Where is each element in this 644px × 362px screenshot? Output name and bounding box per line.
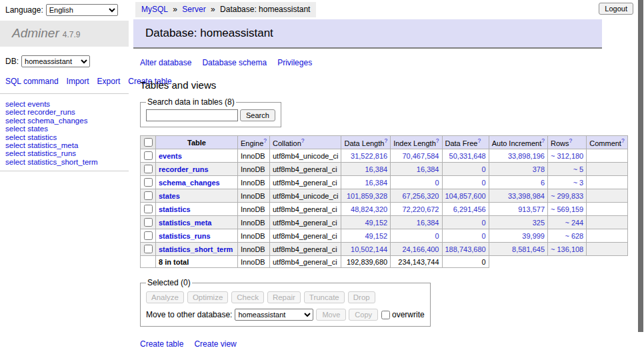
table-name-link[interactable]: states <box>159 192 180 200</box>
move-button[interactable]: Move <box>316 309 346 321</box>
engine-cell: InnoDB <box>238 203 270 216</box>
check-button[interactable]: Check <box>231 291 264 303</box>
column-header-data-length: Data Length? <box>341 136 391 149</box>
select-all-checkbox[interactable] <box>144 138 153 147</box>
create-link[interactable]: Create view <box>194 339 236 349</box>
rows-count-cell: ~ 3 <box>548 176 587 189</box>
rows-count-cell: ~ 569,159 <box>548 203 587 216</box>
table-name-cell: schema_changes <box>156 176 238 189</box>
drop-button[interactable]: Drop <box>348 291 375 303</box>
row-checkbox-cell <box>141 229 156 243</box>
column-help-link[interactable]: ? <box>384 137 387 144</box>
table-name-link[interactable]: events <box>159 152 182 160</box>
column-help-link[interactable]: ? <box>541 137 545 144</box>
db-row: DB:homeassistant <box>0 47 129 67</box>
sidebar-table-link[interactable]: select statistics_short_term <box>5 158 123 166</box>
column-help-link[interactable]: ? <box>263 137 267 144</box>
column-help-link[interactable]: ? <box>477 137 481 144</box>
row-checkbox-cell <box>141 163 156 176</box>
logout-button[interactable]: Logout <box>599 3 633 15</box>
table-name-link[interactable]: statistics_meta <box>159 219 212 227</box>
auto-increment-cell: 33,398,984 <box>489 189 547 203</box>
sidebar-table-link[interactable]: select events <box>5 100 123 108</box>
data-free-cell: 0 <box>442 176 489 189</box>
language-label: Language: <box>5 5 43 15</box>
breadcrumb-link[interactable]: Server <box>182 5 205 14</box>
table-name-link[interactable]: recorder_runs <box>159 165 209 173</box>
repair-button[interactable]: Repair <box>267 291 301 303</box>
row-checkbox[interactable] <box>144 218 153 227</box>
breadcrumb-link[interactable]: MySQL <box>141 5 168 14</box>
column-help-link[interactable]: ? <box>436 137 439 144</box>
column-help-link[interactable]: ? <box>569 137 573 144</box>
create-link[interactable]: Create table <box>140 339 183 349</box>
sidebar-action-link[interactable]: SQL command <box>5 77 59 86</box>
sidebar-table-link[interactable]: select recorder_runs <box>5 108 123 116</box>
vertical-scrollbar-thumb[interactable] <box>638 0 643 332</box>
index-length-cell: 24,166,400 <box>391 243 442 256</box>
table-name-cell: statistics_short_term <box>156 243 238 256</box>
search-input[interactable] <box>146 109 238 121</box>
sidebar-table-link[interactable]: select statistics_runs <box>5 149 123 157</box>
row-checkbox[interactable] <box>144 178 153 187</box>
column-help-link[interactable]: ? <box>621 137 625 144</box>
auto-increment-cell: 913,577 <box>489 203 547 216</box>
index-length-cell: 70,467,584 <box>391 149 442 163</box>
content: Alter databaseDatabase schemaPrivileges … <box>129 58 637 362</box>
search-button[interactable]: Search <box>240 109 275 121</box>
copy-button[interactable]: Copy <box>349 309 378 321</box>
engine-cell: InnoDB <box>238 243 270 256</box>
index-length-cell: 67,256,320 <box>391 189 442 203</box>
sidebar-action-link[interactable]: Import <box>67 77 89 86</box>
sidebar-table-link[interactable]: select statistics <box>5 133 123 141</box>
column-header-index-length: Index Length? <box>391 136 442 149</box>
sidebar-table-link[interactable]: select states <box>5 125 123 133</box>
collation-cell: utf8mb4_general_ci <box>270 176 341 189</box>
total-collation-cell: utf8mb4_general_ci <box>270 256 341 268</box>
sidebar-action-links: SQL commandImportExportCreate table <box>0 67 107 87</box>
row-checkbox[interactable] <box>144 191 153 200</box>
index-length-cell: 0 <box>391 229 442 243</box>
table-name-link[interactable]: statistics_short_term <box>159 245 233 253</box>
db-nav-link[interactable]: Alter database <box>140 58 191 67</box>
row-checkbox-cell <box>141 149 156 163</box>
column-help-link[interactable]: ? <box>301 137 305 144</box>
table-name-link[interactable]: schema_changes <box>159 179 220 187</box>
row-checkbox[interactable] <box>144 231 153 240</box>
index-length-cell: 0 <box>391 176 442 189</box>
auto-increment-cell: 325 <box>489 216 547 229</box>
table-row: statesInnoDButf8mb4_unicode_ci101,859,32… <box>141 189 628 203</box>
analyze-button[interactable]: Analyze <box>146 291 184 303</box>
db-nav-link[interactable]: Database schema <box>202 58 267 67</box>
engine-cell: InnoDB <box>238 229 270 243</box>
sidebar-table-link[interactable]: select schema_changes <box>5 117 123 125</box>
rows-count-cell: ~ 312,180 <box>548 149 587 163</box>
breadcrumb-separator: » <box>209 5 217 14</box>
auto-increment-cell: 378 <box>489 163 547 176</box>
row-checkbox[interactable] <box>144 151 153 160</box>
row-checkbox[interactable] <box>144 205 153 213</box>
table-name-link[interactable]: statistics <box>159 205 191 213</box>
optimize-button[interactable]: Optimize <box>187 291 228 303</box>
engine-cell: InnoDB <box>238 216 270 229</box>
move-db-select[interactable]: homeassistant <box>235 309 313 321</box>
sidebar-action-link[interactable]: Export <box>97 77 121 86</box>
db-select[interactable]: homeassistant <box>21 55 90 67</box>
row-checkbox[interactable] <box>144 165 153 173</box>
total-engine-cell: InnoDB <box>238 256 270 268</box>
data-free-cell: 0 <box>442 216 489 229</box>
language-select[interactable]: English <box>46 4 118 16</box>
row-checkbox[interactable] <box>144 245 153 253</box>
row-checkbox-cell <box>141 203 156 216</box>
row-checkbox-cell <box>141 243 156 256</box>
table-name-link[interactable]: statistics_runs <box>159 232 211 240</box>
truncate-button[interactable]: Truncate <box>304 291 345 303</box>
table-name-cell: statistics_meta <box>156 216 238 229</box>
auto-increment-cell: 8,581,645 <box>489 243 547 256</box>
table-row: schema_changesInnoDButf8mb4_general_ci16… <box>141 176 628 189</box>
total-num-cell: 192,839,680 <box>341 256 391 268</box>
collation-cell: utf8mb4_general_ci <box>270 203 341 216</box>
overwrite-checkbox[interactable] <box>381 311 390 319</box>
sidebar-table-link[interactable]: select statistics_meta <box>5 141 123 149</box>
db-nav-link[interactable]: Privileges <box>277 58 312 67</box>
